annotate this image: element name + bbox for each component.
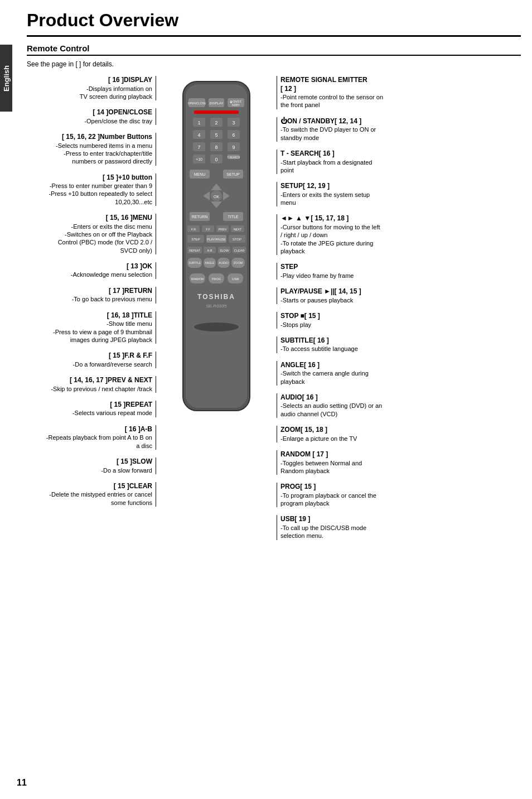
svg-text:SE-R0335: SE-R0335 bbox=[206, 304, 227, 309]
label-ab: [ 16 ]A-B -Repeats playback from point A… bbox=[46, 425, 156, 450]
label-play-pause: PLAY/PAUSE ►||[ 14, 15 ] -Starts or paus… bbox=[277, 287, 361, 304]
label-subtitle: SUBTITLE[ 16 ] -To access subtitle langu… bbox=[277, 336, 358, 353]
label-prev-next: [ 14, 16, 17 ]PREV & NEXT -Skip to previ… bbox=[51, 376, 156, 393]
label-t-search: T - SEARCH[ 16 ] -Start playback from a … bbox=[277, 150, 372, 174]
remote-layout: [ 16 ]DISPLAY -Displays information onTV… bbox=[27, 76, 521, 548]
svg-text:NEXT: NEXT bbox=[234, 228, 242, 231]
svg-text:DISPLAY: DISPLAY bbox=[210, 102, 224, 105]
svg-text:NDBY: NDBY bbox=[232, 103, 240, 107]
svg-point-86 bbox=[194, 323, 239, 331]
svg-text:SUBTITLE: SUBTITLE bbox=[188, 262, 201, 264]
label-return: [ 17 ]RETURN -To go back to previous men… bbox=[72, 287, 156, 304]
label-setup: SETUP[ 12, 19 ] -Enters or exits the sys… bbox=[277, 182, 370, 206]
svg-text:5: 5 bbox=[215, 132, 217, 138]
section-title: Remote Control bbox=[27, 44, 521, 56]
label-zoom: ZOOM[ 15, 18 ] -Enlarge a picture on the… bbox=[277, 426, 357, 442]
label-stop: STOP ■[ 15 ] -Stops play bbox=[277, 312, 320, 329]
label-plus10: [ 15 ]+10 button -Press to enter number … bbox=[49, 174, 156, 206]
svg-text:7: 7 bbox=[197, 145, 200, 150]
svg-text:ANGLE: ANGLE bbox=[205, 261, 215, 264]
svg-text:A-B: A-B bbox=[207, 249, 212, 252]
label-cursor: ◄► ▲ ▼[ 15, 17, 18 ] -Cursor buttons for… bbox=[277, 214, 380, 255]
svg-text:STOP: STOP bbox=[233, 238, 241, 241]
svg-text:PREV: PREV bbox=[219, 228, 227, 231]
label-audio: AUDIO[ 16 ] -Selects an audio setting (D… bbox=[277, 393, 382, 418]
svg-text:TOSHIBA: TOSHIBA bbox=[197, 293, 235, 301]
label-menu: [ 15, 16 ]MENU -Enters or exits the disc… bbox=[58, 214, 156, 254]
page-number: 11 bbox=[17, 778, 27, 788]
label-open-close: [ 14 ]OPEN/CLOSE -Open/close the disc tr… bbox=[84, 108, 156, 125]
svg-rect-9 bbox=[194, 110, 239, 114]
svg-text:6: 6 bbox=[232, 132, 235, 138]
svg-text:TITLE: TITLE bbox=[228, 215, 238, 219]
svg-text:REPEAT: REPEAT bbox=[189, 249, 200, 252]
svg-text:T-SEARCH: T-SEARCH bbox=[228, 156, 240, 159]
label-prog: PROG[ 15 ] -To program playback or cance… bbox=[277, 483, 376, 507]
svg-text:SLOW: SLOW bbox=[220, 249, 229, 252]
label-remote-signal: REMOTE SIGNAL EMITTER[ 12 ] -Point remot… bbox=[277, 76, 383, 109]
svg-text:CLEAR: CLEAR bbox=[234, 249, 244, 252]
svg-text:STEP: STEP bbox=[191, 238, 200, 241]
svg-text:AUDIO: AUDIO bbox=[219, 261, 229, 264]
remote-control-image: OPEN/CLOSE DISPLAY ⏻ON/ST. NDBY 1 2 3 4 bbox=[161, 76, 272, 422]
label-clear: [ 15 ]CLEAR -Delete the mistyped entries… bbox=[49, 482, 156, 507]
label-display: [ 16 ]DISPLAY -Displays information onTV… bbox=[80, 76, 156, 100]
svg-text:ZOOM: ZOOM bbox=[234, 261, 243, 264]
svg-text:USB: USB bbox=[232, 277, 239, 281]
svg-text:OPEN/CLOSE: OPEN/CLOSE bbox=[188, 102, 206, 105]
label-slow: [ 15 ]SLOW -Do a slow forward bbox=[101, 458, 156, 474]
svg-text:MENU: MENU bbox=[194, 172, 206, 176]
label-title: [ 16, 18 ]TITLE -Show title menu-Press t… bbox=[53, 311, 156, 344]
page-title: Product Overview bbox=[27, 10, 521, 37]
svg-text:0: 0 bbox=[215, 157, 217, 162]
label-step: STEP -Play video frame by frame bbox=[277, 263, 354, 280]
svg-text:1: 1 bbox=[197, 120, 200, 126]
svg-text:RETURN: RETURN bbox=[191, 215, 207, 219]
svg-text:F.F: F.F bbox=[206, 228, 210, 231]
label-number-buttons: [ 15, 16, 22 ]Number Buttons -Selects nu… bbox=[56, 133, 156, 165]
svg-text:3: 3 bbox=[232, 120, 235, 126]
side-language-label: English bbox=[2, 65, 11, 92]
svg-text:4: 4 bbox=[197, 132, 200, 138]
svg-text:OK: OK bbox=[214, 195, 219, 199]
svg-text:RANDOM: RANDOM bbox=[191, 277, 204, 281]
label-on-standby: ⏻ON / STANDBY[ 12, 14 ] -To switch the D… bbox=[277, 117, 376, 142]
label-random: RANDOM [ 17 ] -Toggles between Normal an… bbox=[277, 450, 362, 475]
svg-text:SETUP: SETUP bbox=[226, 172, 240, 176]
label-angle: ANGLE[ 16 ] -Switch the camera angle dur… bbox=[277, 361, 369, 386]
svg-text:9: 9 bbox=[232, 145, 235, 150]
svg-text:PLAY/PAUSE: PLAY/PAUSE bbox=[207, 238, 226, 241]
svg-text:2: 2 bbox=[215, 120, 217, 126]
label-usb: USB[ 19 ] -To call up the DISC/USB modes… bbox=[277, 515, 366, 540]
label-repeat: [ 15 ]REPEAT -Selects various repeat mod… bbox=[72, 401, 156, 417]
svg-text:8: 8 bbox=[215, 145, 217, 150]
left-labels-panel: [ 16 ]DISPLAY -Displays information onTV… bbox=[27, 76, 161, 514]
right-labels-panel: REMOTE SIGNAL EMITTER[ 12 ] -Point remot… bbox=[272, 76, 417, 548]
label-ok: [ 13 ]OK -Acknowledge menu selection bbox=[71, 262, 156, 279]
see-page-note: See the page in [ ] for details. bbox=[27, 60, 521, 68]
svg-text:F.R: F.R bbox=[191, 228, 196, 231]
svg-text:+10: +10 bbox=[196, 157, 202, 161]
svg-text:PROG: PROG bbox=[212, 277, 221, 281]
label-fr-ff: [ 15 ]F.R & F.F -Do a forward/reverse se… bbox=[73, 352, 156, 368]
side-language-tab: English bbox=[0, 45, 12, 112]
